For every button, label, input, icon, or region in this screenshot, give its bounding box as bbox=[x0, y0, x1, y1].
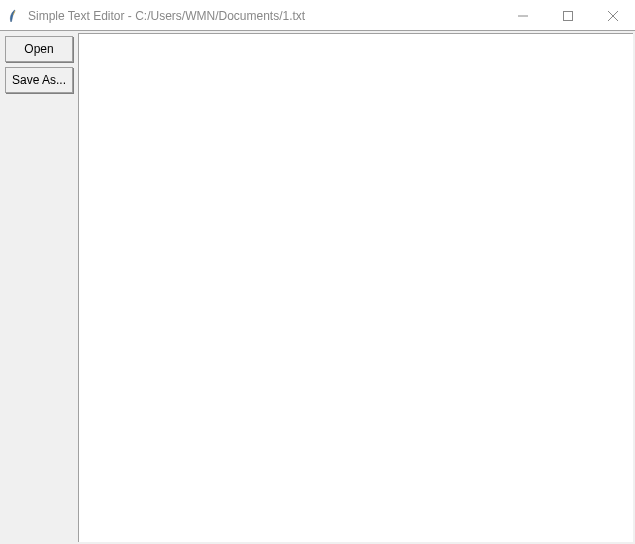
open-button[interactable]: Open bbox=[5, 36, 73, 62]
minimize-button[interactable] bbox=[500, 1, 545, 30]
sidebar: Open Save As... bbox=[0, 31, 78, 544]
app-window: Simple Text Editor - C:/Users/WMN/Docume… bbox=[0, 0, 635, 544]
close-button[interactable] bbox=[590, 1, 635, 30]
app-icon bbox=[6, 8, 22, 24]
maximize-button[interactable] bbox=[545, 1, 590, 30]
text-editor[interactable] bbox=[78, 33, 633, 542]
svg-rect-1 bbox=[563, 11, 572, 20]
app-body: Open Save As... bbox=[0, 31, 635, 544]
save-as-button[interactable]: Save As... bbox=[5, 67, 73, 93]
window-title: Simple Text Editor - C:/Users/WMN/Docume… bbox=[28, 9, 500, 23]
titlebar: Simple Text Editor - C:/Users/WMN/Docume… bbox=[0, 1, 635, 31]
editor-container bbox=[78, 31, 635, 544]
window-controls bbox=[500, 1, 635, 30]
